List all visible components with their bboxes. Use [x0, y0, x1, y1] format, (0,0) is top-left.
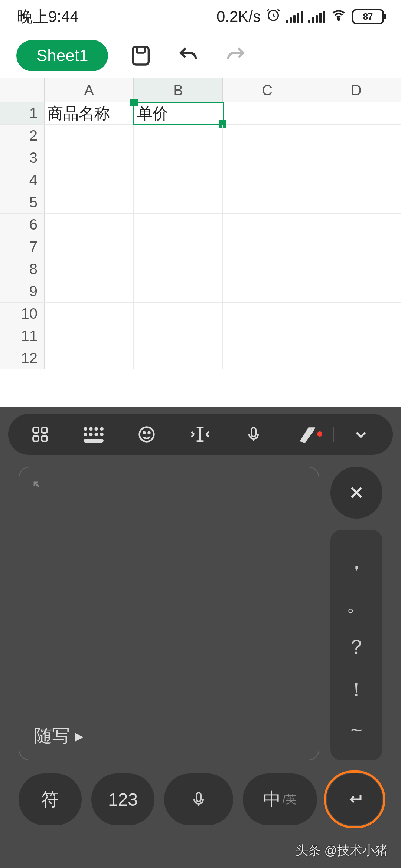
handwriting-area[interactable]: 随写 ▸: [19, 467, 319, 760]
kb-period[interactable]: 。: [346, 591, 366, 618]
svg-point-16: [100, 427, 104, 431]
kb-theme-icon[interactable]: [280, 424, 334, 445]
kb-exclaim[interactable]: ！: [346, 676, 366, 703]
cell-C2[interactable]: [223, 125, 312, 147]
row-header-12[interactable]: 12: [0, 347, 45, 369]
cell-C1[interactable]: [223, 102, 312, 124]
svg-rect-21: [84, 439, 104, 443]
expand-icon: [32, 480, 47, 496]
kb-tilde[interactable]: ~: [351, 719, 362, 742]
save-icon[interactable]: [126, 41, 156, 70]
handwriting-label: 随写 ▸: [34, 724, 84, 748]
grid-corner[interactable]: [0, 78, 45, 102]
row-header-7[interactable]: 7: [0, 236, 45, 258]
spreadsheet-grid[interactable]: A B C D 1 商品名称 单价 2 3 4 5 6 7 8 9 10 11 …: [0, 78, 401, 369]
svg-rect-25: [251, 428, 256, 437]
keyboard-toolbar: [8, 414, 393, 455]
col-header-A[interactable]: A: [45, 78, 134, 102]
row-header-11[interactable]: 11: [0, 325, 45, 347]
cell-A1[interactable]: 商品名称: [45, 102, 134, 124]
ime-keyboard: 随写 ▸ ， 。 ？ ！ ~ 符 123 中/英: [0, 407, 401, 868]
svg-rect-10: [42, 427, 47, 433]
row-header-1[interactable]: 1: [0, 102, 45, 124]
kb-collapse-icon[interactable]: [333, 427, 388, 442]
svg-point-13: [84, 427, 87, 431]
cell-D1[interactable]: [312, 102, 401, 124]
signal-icon-1: [286, 11, 303, 23]
kb-keyboard-icon[interactable]: [67, 426, 120, 443]
sheet-tab[interactable]: Sheet1: [16, 40, 108, 71]
app-toolbar: Sheet1: [0, 33, 401, 78]
svg-rect-26: [196, 793, 201, 802]
keyboard-bottom-row: 符 123 中/英: [19, 772, 382, 827]
svg-rect-11: [33, 436, 39, 441]
svg-rect-2: [133, 47, 149, 65]
kb-symbol-button[interactable]: 符: [19, 773, 82, 825]
kb-language-button[interactable]: 中/英: [243, 773, 317, 825]
kb-apps-icon[interactable]: [13, 425, 67, 444]
kb-punctuation-column: ， 。 ？ ！ ~: [330, 530, 382, 760]
row-header-10[interactable]: 10: [0, 303, 45, 325]
svg-rect-3: [137, 47, 145, 53]
kb-comma[interactable]: ，: [346, 549, 366, 576]
status-net: 0.2K/s: [216, 8, 261, 26]
svg-point-23: [144, 432, 145, 434]
kb-edit-icon[interactable]: [173, 424, 227, 445]
watermark: 头条 @技术小猪: [296, 842, 388, 859]
status-bar: 晚上9:44 0.2K/s 87: [0, 0, 401, 33]
kb-space-button[interactable]: [164, 773, 233, 825]
svg-point-1: [338, 18, 339, 20]
kb-backspace-button[interactable]: [330, 467, 382, 519]
row-header-9[interactable]: 9: [0, 280, 45, 302]
svg-point-22: [140, 427, 154, 442]
svg-point-24: [149, 432, 150, 434]
status-time: 晚上9:44: [17, 6, 79, 27]
battery-icon: 87: [352, 9, 384, 24]
svg-point-20: [100, 433, 104, 436]
row-header-2[interactable]: 2: [0, 125, 45, 147]
svg-rect-9: [33, 427, 39, 433]
cell-A2[interactable]: [45, 125, 134, 147]
wifi-icon: [330, 7, 347, 26]
svg-point-14: [89, 427, 92, 431]
signal-icon-2: [308, 11, 325, 23]
row-header-3[interactable]: 3: [0, 147, 45, 169]
svg-point-17: [84, 433, 87, 436]
kb-mic-icon[interactable]: [227, 424, 280, 445]
kb-question[interactable]: ？: [346, 634, 366, 661]
svg-rect-12: [42, 436, 47, 441]
row-header-6[interactable]: 6: [0, 214, 45, 236]
col-header-D[interactable]: D: [312, 78, 401, 102]
row-header-5[interactable]: 5: [0, 191, 45, 213]
alarm-icon: [266, 7, 281, 26]
row-1: 1 商品名称 单价: [0, 102, 401, 125]
column-header-row: A B C D: [0, 78, 401, 102]
undo-icon[interactable]: [173, 41, 203, 70]
row-header-8[interactable]: 8: [0, 258, 45, 280]
redo-icon[interactable]: [221, 41, 251, 70]
kb-enter-button[interactable]: [327, 773, 382, 825]
row-header-4[interactable]: 4: [0, 169, 45, 191]
cell-B1[interactable]: 单价: [133, 102, 224, 125]
svg-point-19: [94, 433, 98, 436]
cell-D2[interactable]: [312, 125, 401, 147]
kb-number-button[interactable]: 123: [91, 773, 154, 825]
col-header-B[interactable]: B: [134, 78, 223, 102]
svg-point-15: [94, 427, 98, 431]
col-header-C[interactable]: C: [223, 78, 312, 102]
svg-point-18: [89, 433, 92, 436]
cell-B2[interactable]: [134, 125, 223, 147]
kb-emoji-icon[interactable]: [120, 425, 173, 444]
